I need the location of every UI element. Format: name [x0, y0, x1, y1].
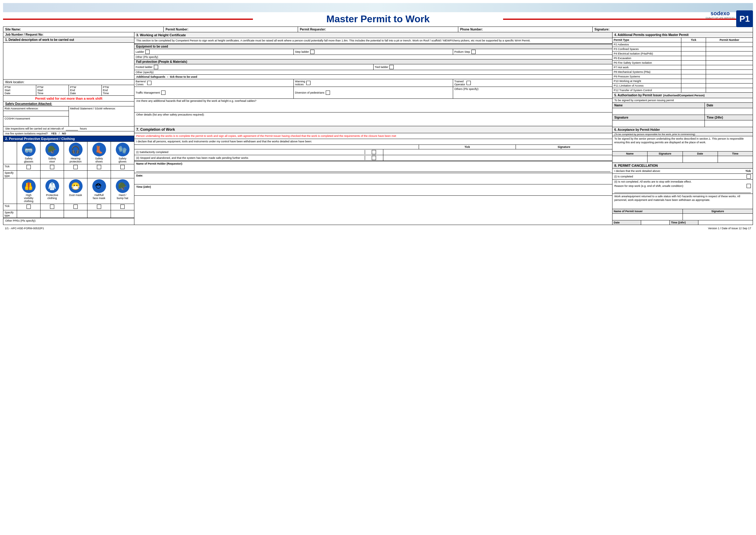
final-date-value[interactable] [641, 220, 670, 225]
ppe-dust-tick[interactable] [64, 204, 88, 210]
safeguards-row: Additional Safeguards – tick those to be… [134, 75, 612, 79]
final-time-value[interactable] [698, 220, 753, 225]
traffic-checkbox[interactable] [161, 91, 166, 95]
glasses-checkbox[interactable] [27, 165, 31, 169]
acc-date-value[interactable] [683, 156, 718, 162]
ptw-cell-2: PTW End Date [69, 85, 102, 96]
trained-checkbox[interactable] [467, 81, 471, 85]
ppe-tick-label-2: Tick [3, 204, 17, 210]
permit-type-p3: P3 Confined Spaces [612, 47, 681, 51]
permit-num-p12[interactable] [706, 88, 753, 92]
permit-num-p8[interactable] [706, 70, 753, 74]
ppe-hearing-specify[interactable] [64, 171, 88, 178]
ptw-label-2c: Date [70, 92, 100, 95]
permit-num-p4[interactable] [706, 51, 753, 56]
auth-date-value[interactable] [705, 108, 753, 115]
ppe-hiviz-specify[interactable] [17, 210, 40, 218]
ppe-glasses-tick[interactable] [17, 164, 40, 170]
reason-value[interactable] [614, 189, 751, 193]
permit-tick-p11[interactable] [681, 84, 706, 88]
ppe-protective-specify[interactable] [40, 210, 64, 218]
ppe-shoes-tick[interactable] [88, 164, 111, 170]
other-details-content[interactable] [136, 116, 610, 125]
safeguards-title: Additional Safeguards [136, 75, 166, 78]
auth-time-value[interactable] [705, 121, 753, 127]
ppe-visor-tick[interactable] [40, 164, 64, 170]
ph-date-value[interactable] [136, 177, 610, 183]
ppe-hearing-tick[interactable] [64, 164, 88, 170]
permit-tick-p2[interactable] [681, 42, 706, 47]
permit-issuer-name-value[interactable] [612, 214, 683, 220]
ppe-hiviz-tick[interactable] [17, 204, 40, 210]
dust-checkbox[interactable] [73, 205, 78, 209]
ppe-shoes-specify[interactable] [88, 171, 111, 178]
ppe-gloves-specify[interactable] [111, 171, 134, 178]
podium-checkbox[interactable] [472, 50, 476, 54]
permit-tick-p6[interactable] [681, 61, 706, 65]
permit-tick-p3[interactable] [681, 47, 706, 51]
acc-sig-value[interactable] [648, 156, 683, 162]
permit-tick-p12[interactable] [681, 88, 706, 92]
permit-num-p2[interactable] [706, 42, 753, 47]
ppe-bumhat-specify[interactable] [111, 210, 134, 218]
permit-tick-p7[interactable] [681, 65, 706, 70]
satisfactory-checkbox[interactable] [372, 150, 376, 154]
stopped-sig[interactable] [383, 157, 612, 158]
hiviz-checkbox[interactable] [27, 205, 31, 209]
barriers-checkbox[interactable] [147, 81, 151, 85]
step-ladder-cell: Step ladder [294, 49, 453, 55]
gloves-checkbox[interactable] [121, 165, 125, 169]
permit-num-p11[interactable] [706, 84, 753, 88]
bumhat-checkbox[interactable] [121, 205, 125, 209]
permit-num-p6[interactable] [706, 61, 753, 65]
tied-ladder-checkbox[interactable] [390, 65, 394, 69]
step-ladder-checkbox[interactable] [310, 50, 314, 54]
protective-checkbox[interactable] [50, 205, 54, 209]
shoes-checkbox[interactable] [97, 165, 101, 169]
permit-tick-p8[interactable] [681, 70, 706, 74]
ppe-halfface-specify[interactable] [88, 210, 111, 218]
satisfactory-sig[interactable] [383, 152, 612, 153]
permit-tick-p5[interactable] [681, 56, 706, 60]
acc-name-value[interactable] [612, 156, 648, 162]
visor-checkbox[interactable] [50, 165, 54, 169]
hazards-content[interactable] [136, 102, 610, 112]
coshh-value[interactable] [3, 121, 68, 126]
permit-tick-p10[interactable] [681, 79, 706, 83]
hearing-checkbox[interactable] [73, 165, 78, 169]
method-value[interactable] [69, 111, 134, 123]
footed-ladder-checkbox[interactable] [154, 65, 158, 69]
permit-num-p7[interactable] [706, 65, 753, 70]
permit-num-p5[interactable] [706, 56, 753, 60]
permit-tick-p4[interactable] [681, 51, 706, 56]
auth-sig-value[interactable] [612, 121, 705, 127]
stopped-checkbox[interactable] [372, 156, 376, 160]
diversion-checkbox[interactable] [326, 91, 330, 95]
permit-num-p3[interactable] [706, 47, 753, 51]
halfface-checkbox[interactable] [97, 205, 101, 209]
acc-time-value[interactable] [718, 156, 753, 162]
date-time-final-row: Date Time (24hr) [612, 220, 753, 225]
permit-num-p10[interactable] [706, 79, 753, 83]
stopped-tick[interactable] [365, 155, 383, 161]
not-completed-checkbox[interactable] [746, 184, 751, 188]
ppe-protective-tick[interactable] [40, 204, 64, 210]
is-completed-checkbox[interactable] [746, 174, 751, 179]
risk-assessment-value[interactable] [3, 111, 68, 116]
ppe-bumhat-tick[interactable] [111, 204, 134, 210]
auth-name-value[interactable] [612, 108, 705, 115]
permit-issuer-sig-value[interactable] [683, 214, 753, 220]
ladder-checkbox[interactable] [145, 50, 149, 54]
permit-tick-p9[interactable] [681, 74, 706, 79]
ppe-halfface-tick[interactable] [88, 204, 111, 210]
ppe-visor-specify[interactable] [40, 171, 64, 178]
ph-name-value[interactable] [136, 166, 610, 172]
ph-time-value[interactable] [136, 188, 610, 194]
satisfactory-tick[interactable] [365, 149, 383, 155]
ppe-dust-specify[interactable] [64, 210, 88, 218]
ppe-gloves-tick[interactable] [111, 164, 134, 170]
permit-num-p9[interactable] [706, 74, 753, 79]
warning-checkbox[interactable] [306, 81, 310, 85]
description-content[interactable] [3, 43, 134, 79]
ppe-glasses-specify[interactable] [17, 171, 40, 178]
